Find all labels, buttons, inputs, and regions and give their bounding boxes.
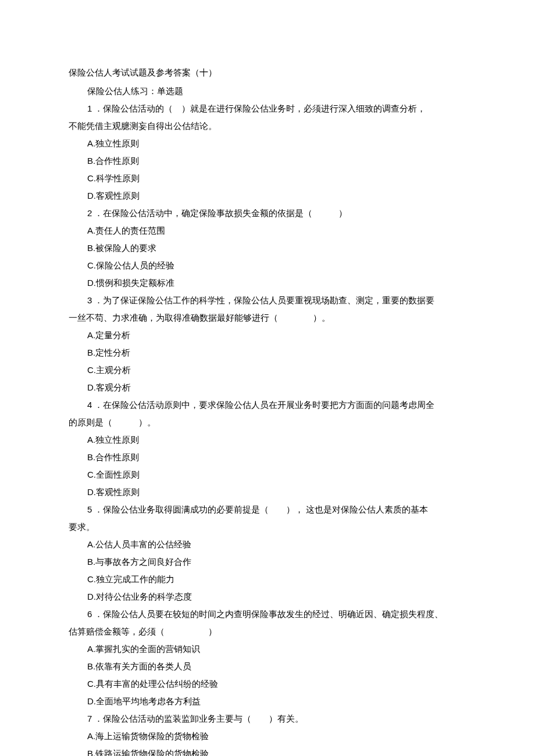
option-text: 定性分析	[95, 348, 130, 357]
option-text: 公估人员丰富的公估经验	[95, 540, 191, 549]
question-option: C.具有丰富的处理公估纠纷的经验	[69, 675, 466, 693]
question-stem-first-line: 1 ．保险公估活动的（ ）就是在进行保险公估业务时，必须进行深入细致的调查分析，	[69, 100, 466, 117]
question-stem-first-line: 3 ．为了保证保险公估工作的科学性，保险公估人员要重视现场勘查、测定，重要的数据…	[69, 292, 466, 309]
option-text: 掌握扎实的全面的营销知识	[95, 644, 200, 654]
option-letter: A	[87, 435, 93, 445]
question-stem-text: ．为了保证保险公估工作的科学性，保险公估人员要重视现场勘查、测定，重要的数据要	[94, 296, 434, 305]
option-text: 客观分析	[96, 383, 131, 392]
option-text: 科学性原则	[96, 174, 140, 183]
question-option: A.海上运输货物保险的货物检验	[69, 728, 466, 745]
option-letter: C	[87, 173, 94, 183]
option-letter: A	[87, 225, 93, 235]
question-option: C.独立完成工作的能力	[69, 571, 466, 588]
question-stem-wrap-line: 要求。	[69, 518, 466, 536]
option-text: 合作性原则	[95, 156, 139, 166]
question-option: B.依靠有关方面的各类人员	[69, 658, 466, 675]
option-letter: C	[87, 574, 94, 584]
question-option: D.客观性原则	[69, 187, 466, 205]
option-text: 客观性原则	[96, 191, 140, 200]
option-letter: A	[87, 330, 93, 340]
question-option: A.掌握扎实的全面的营销知识	[69, 640, 466, 658]
question-option: B.与事故各方之间良好合作	[69, 553, 466, 571]
question-stem-first-line: 4 ．在保险公估活动原则中，要求保险公估人员在开展业务时要把方方面面的问题考虑周…	[69, 396, 466, 414]
option-text: 海上运输货物保险的货物检验	[95, 732, 209, 741]
question-stem-text: ．保险公估业务取得圆满成功的必要前提是（ ）， 这也是对保险公估人素质的基本	[94, 505, 428, 514]
question-stem-text: ．保险公估活动的（ ）就是在进行保险公估业务时，必须进行深入细致的调查分析，	[94, 104, 426, 113]
question-stem-wrap-line: 估算赔偿金额等，必须（ ）	[69, 623, 466, 640]
document-subtitle: 保险公估人练习：单选题	[69, 83, 466, 100]
option-letter: B	[87, 557, 93, 567]
question-stem-text: ．在保险公估活动原则中，要求保险公估人员在开展业务时要把方方面面的问题考虑周全	[94, 400, 434, 410]
option-text: 合作性原则	[95, 453, 139, 462]
option-letter: B	[87, 347, 93, 357]
option-letter: A	[87, 138, 93, 148]
document-title: 保险公估人考试试题及参考答案（十）	[69, 64, 466, 81]
question-stem-wrap-line: 一丝不苟、力求准确，为取得准确数据最好能够进行（ ）。	[69, 309, 466, 327]
question-stem-first-line: 6 ．保险公估人员要在较短的时间之内查明保险事故发生的经过、明确近因、确定损失程…	[69, 605, 466, 623]
question-option: A.责任人的责任范围	[69, 222, 466, 239]
option-text: 全面地平均地考虑各方利益	[96, 697, 201, 706]
option-letter: B	[87, 661, 93, 671]
option-text: 独立性原则	[95, 435, 139, 445]
option-letter: D	[87, 487, 94, 497]
option-text: 具有丰富的处理公估纠纷的经验	[96, 679, 218, 689]
option-letter: B	[87, 748, 93, 756]
option-text: 独立性原则	[95, 139, 139, 148]
option-text: 主观分析	[96, 366, 131, 375]
option-letter: D	[87, 382, 94, 392]
option-letter: C	[87, 679, 94, 689]
question-stem-text: ．在保险公估活动中，确定保险事故损失金额的依据是（ ）	[94, 209, 347, 218]
question-stem-wrap-line: 的原则是（ ）。	[69, 414, 466, 431]
question-option: D.全面地平均地考虑各方利益	[69, 693, 466, 710]
question-stem-text: 一丝不苟、力求准确，为取得准确数据最好能够进行（ ）。	[69, 313, 330, 323]
option-letter: D	[87, 278, 94, 288]
option-text: 铁路运输货物保险的货物检验	[95, 749, 209, 756]
question-option: B.被保险人的要求	[69, 239, 466, 257]
question-stem-text: ．保险公估人员要在较短的时间之内查明保险事故发生的经过、明确近因、确定损失程度、	[94, 610, 443, 619]
option-text: 保险公估人员的经验	[96, 261, 174, 270]
option-text: 对待公估业务的科学态度	[96, 592, 192, 601]
option-letter: A	[87, 731, 93, 741]
question-option: C.主观分析	[69, 361, 466, 379]
question-option: A.公估人员丰富的公估经验	[69, 536, 466, 553]
option-letter: C	[87, 365, 94, 375]
question-option: B.合作性原则	[69, 449, 466, 466]
option-letter: B	[87, 243, 93, 253]
option-letter: C	[87, 470, 94, 479]
question-stem-first-line: 2 ．在保险公估活动中，确定保险事故损失金额的依据是（ ）	[69, 205, 466, 222]
option-letter: D	[87, 191, 94, 200]
option-letter: A	[87, 539, 93, 549]
option-letter: C	[87, 260, 94, 270]
question-option: D.客观性原则	[69, 483, 466, 501]
option-letter: B	[87, 156, 93, 166]
option-text: 责任人的责任范围	[95, 226, 165, 235]
question-stem-first-line: 7 ．保险公估活动的监装监卸业务主要与（ ）有关。	[69, 710, 466, 728]
question-stem-text: 的原则是（ ）。	[69, 418, 156, 427]
option-letter: D	[87, 592, 94, 601]
document-page: 保险公估人考试试题及参考答案（十） 保险公估人练习：单选题 1 ．保险公估活动的…	[0, 0, 535, 756]
option-text: 独立完成工作的能力	[96, 575, 174, 584]
option-text: 被保险人的要求	[95, 243, 156, 253]
question-option: A.独立性原则	[69, 135, 466, 152]
option-text: 定量分析	[95, 331, 130, 340]
question-option: A.独立性原则	[69, 431, 466, 449]
option-letter: D	[87, 696, 94, 706]
option-text: 与事故各方之间良好合作	[95, 557, 191, 567]
question-option: C.科学性原则	[69, 170, 466, 187]
question-option: D.对待公估业务的科学态度	[69, 588, 466, 605]
question-stem-text: ．保险公估活动的监装监卸业务主要与（ ）有关。	[94, 714, 304, 723]
question-option: B.铁路运输货物保险的货物检验	[69, 745, 466, 756]
question-option: D.惯例和损失定额标准	[69, 274, 466, 292]
option-letter: A	[87, 644, 93, 654]
question-option: D.客观分析	[69, 379, 466, 396]
question-stem-text: 估算赔偿金额等，必须（ ）	[69, 627, 217, 636]
question-option: B.定性分析	[69, 344, 466, 361]
question-stem-text: 要求。	[69, 522, 95, 532]
option-text: 惯例和损失定额标准	[96, 278, 174, 288]
questions-container: 1 ．保险公估活动的（ ）就是在进行保险公估业务时，必须进行深入细致的调查分析，…	[69, 100, 466, 756]
question-stem-wrap-line: 不能凭借主观臆测妄自得出公估结论。	[69, 117, 466, 135]
question-option: C.全面性原则	[69, 466, 466, 483]
option-letter: B	[87, 452, 93, 462]
question-stem-text: 不能凭借主观臆测妄自得出公估结论。	[69, 121, 217, 131]
question-stem-first-line: 5 ．保险公估业务取得圆满成功的必要前提是（ ）， 这也是对保险公估人素质的基本	[69, 501, 466, 518]
